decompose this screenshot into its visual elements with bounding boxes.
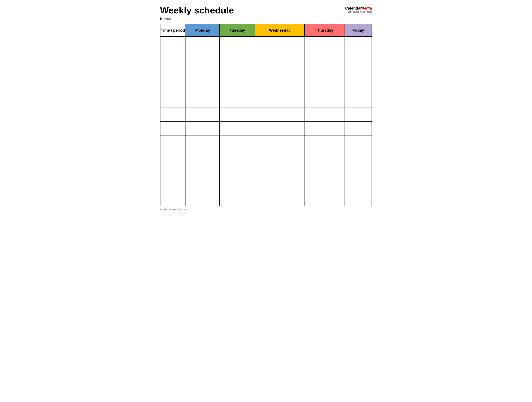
table-cell[interactable]: [255, 178, 304, 192]
table-cell[interactable]: [186, 192, 220, 206]
name-label: Name:: [160, 17, 171, 21]
table-cell[interactable]: [255, 107, 304, 121]
table-cell[interactable]: [186, 107, 220, 121]
table-cell[interactable]: [304, 192, 345, 206]
schedule-table: Time / period Monday Tuesday Wednesday T…: [160, 24, 372, 206]
col-header-wednesday: Wednesday: [255, 24, 304, 37]
table-row: [160, 107, 372, 121]
table-cell[interactable]: [220, 107, 255, 121]
table-row: [160, 136, 372, 150]
table-cell[interactable]: [160, 136, 186, 150]
table-cell[interactable]: [304, 107, 345, 121]
table-cell[interactable]: [220, 164, 255, 178]
table-cell[interactable]: [220, 51, 255, 65]
table-header-row: Time / period Monday Tuesday Wednesday T…: [160, 24, 372, 37]
table-cell[interactable]: [304, 65, 345, 79]
logo-tagline: Your source for calendars: [345, 11, 372, 13]
table-cell[interactable]: [345, 121, 372, 136]
col-header-thursday: Thursday: [304, 24, 345, 37]
table-row: [160, 178, 372, 192]
table-cell[interactable]: [255, 192, 304, 206]
table-cell[interactable]: [186, 65, 220, 79]
table-cell[interactable]: [255, 93, 304, 107]
table-cell[interactable]: [186, 178, 220, 192]
table-cell[interactable]: [220, 37, 255, 51]
logo-name: Calendar: [345, 6, 362, 10]
table-cell[interactable]: [345, 192, 372, 206]
name-row: Name:: [160, 17, 372, 21]
table-cell[interactable]: [304, 164, 345, 178]
table-cell[interactable]: [304, 93, 345, 107]
table-body: [160, 37, 372, 206]
table-cell[interactable]: [220, 79, 255, 93]
table-cell[interactable]: [345, 178, 372, 192]
table-cell[interactable]: [345, 107, 372, 121]
footer-row: © www.calendarpedia.com: [160, 208, 372, 211]
table-cell[interactable]: [255, 51, 304, 65]
page-title: Weekly schedule: [160, 5, 234, 15]
table-cell[interactable]: [160, 37, 186, 51]
table-cell[interactable]: [186, 93, 220, 107]
logo-area: Calendarpedia Your source for calendars: [345, 5, 372, 13]
table-cell[interactable]: [186, 164, 220, 178]
table-cell[interactable]: [304, 178, 345, 192]
table-cell[interactable]: [220, 178, 255, 192]
table-cell[interactable]: [345, 79, 372, 93]
table-row: [160, 164, 372, 178]
page-wrapper: Weekly schedule Calendarpedia Your sourc…: [160, 5, 372, 211]
table-cell[interactable]: [220, 121, 255, 136]
table-cell[interactable]: [160, 107, 186, 121]
table-cell[interactable]: [345, 93, 372, 107]
table-cell[interactable]: [160, 93, 186, 107]
table-cell[interactable]: [345, 136, 372, 150]
table-cell[interactable]: [160, 79, 186, 93]
table-cell[interactable]: [220, 136, 255, 150]
table-cell[interactable]: [160, 164, 186, 178]
table-cell[interactable]: [304, 136, 345, 150]
table-cell[interactable]: [160, 121, 186, 136]
table-cell[interactable]: [304, 51, 345, 65]
table-cell[interactable]: [255, 121, 304, 136]
table-cell[interactable]: [160, 178, 186, 192]
table-cell[interactable]: [304, 37, 345, 51]
table-cell[interactable]: [186, 150, 220, 164]
table-row: [160, 65, 372, 79]
table-cell[interactable]: [255, 164, 304, 178]
table-cell[interactable]: [160, 150, 186, 164]
col-header-time: Time / period: [160, 24, 186, 37]
table-cell[interactable]: [186, 37, 220, 51]
logo-italic: pedia: [362, 6, 372, 10]
logo-text: Calendarpedia: [345, 6, 372, 11]
table-cell[interactable]: [345, 65, 372, 79]
table-row: [160, 79, 372, 93]
table-cell[interactable]: [255, 79, 304, 93]
table-cell[interactable]: [186, 51, 220, 65]
copyright-text: © www.calendarpedia.com: [160, 208, 187, 211]
table-row: [160, 150, 372, 164]
table-cell[interactable]: [186, 136, 220, 150]
table-cell[interactable]: [255, 37, 304, 51]
table-cell[interactable]: [345, 37, 372, 51]
table-cell[interactable]: [160, 65, 186, 79]
table-cell[interactable]: [345, 150, 372, 164]
table-cell[interactable]: [220, 192, 255, 206]
table-cell[interactable]: [160, 51, 186, 65]
table-cell[interactable]: [220, 93, 255, 107]
table-cell[interactable]: [255, 150, 304, 164]
table-row: [160, 93, 372, 107]
table-cell[interactable]: [304, 79, 345, 93]
table-cell[interactable]: [304, 150, 345, 164]
table-row: [160, 192, 372, 206]
table-cell[interactable]: [220, 150, 255, 164]
table-cell[interactable]: [255, 65, 304, 79]
table-cell[interactable]: [186, 79, 220, 93]
table-cell[interactable]: [186, 121, 220, 136]
table-cell[interactable]: [220, 65, 255, 79]
table-row: [160, 37, 372, 51]
table-cell[interactable]: [255, 136, 304, 150]
table-cell[interactable]: [304, 121, 345, 136]
table-cell[interactable]: [345, 51, 372, 65]
table-cell[interactable]: [345, 164, 372, 178]
table-cell[interactable]: [160, 192, 186, 206]
table-row: [160, 51, 372, 65]
